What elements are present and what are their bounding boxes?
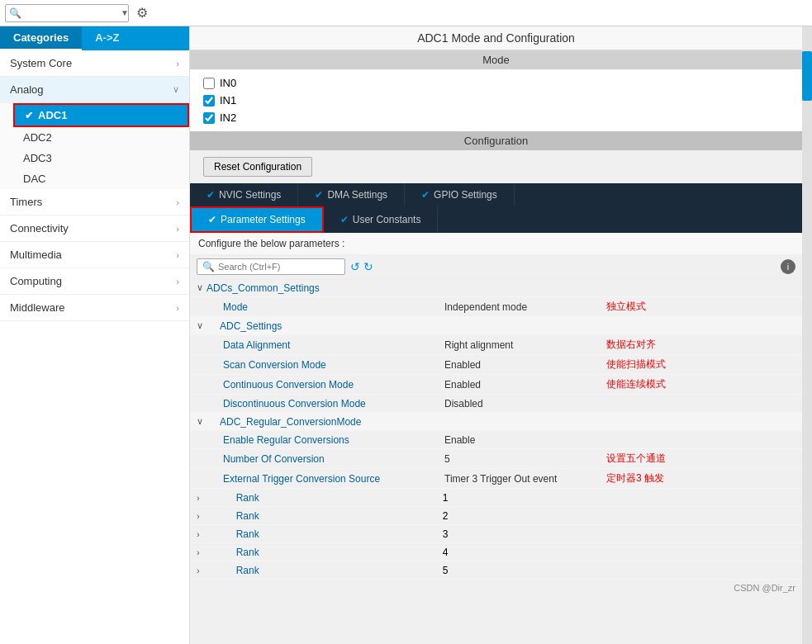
tree-item-data-alignment: Data Alignment Right alignment 数据右对齐 [190,335,802,355]
chevron-icon-connectivity: › [176,224,179,234]
chevron-icon-timers: › [176,197,179,207]
tree-rank-5: › Rank 5 [190,561,802,580]
sidebar-item-adc3[interactable]: ADC3 [13,148,189,168]
group-label-adcs-common: ADCs_Common_Settings [207,282,320,294]
chevron-icon-multimedia: › [176,250,179,260]
group-chevron-regular[interactable]: ∨ [197,416,203,427]
gpio-check-icon: ✔ [421,189,430,201]
item-annotation-num-conv: 设置五个通道 [606,452,666,466]
nvic-check-icon: ✔ [207,189,215,201]
item-annotation-data-align: 数据右对齐 [606,338,656,352]
sidebar-item-connectivity[interactable]: Connectivity › [0,215,189,242]
item-value-mode: Independent mode [444,301,593,313]
chevron-icon-computing: › [176,277,179,286]
rank2-value: 2 [443,510,449,522]
top-search-input[interactable] [21,7,121,19]
sidebar-label-adc3: ADC3 [23,152,52,164]
info-button[interactable]: i [781,259,795,274]
chevron-icon: › [176,59,179,69]
sidebar-label-adc2: ADC2 [23,131,52,144]
sidebar-item-computing[interactable]: Computing › [0,268,189,295]
tab-nvic-settings[interactable]: ✔ NVIC Settings [190,183,298,206]
item-annotation-continuous: 使能连续模式 [606,377,666,391]
dma-tab-label: DMA Settings [327,189,387,201]
sidebar-item-middleware[interactable]: Middleware › [0,295,189,321]
top-search-box[interactable]: 🔍 ▼ [5,4,129,22]
sidebar-item-dac[interactable]: DAC [13,168,189,189]
adc1-check-icon: ✔ [25,110,33,121]
sidebar-tabs: Categories A->Z [0,26,189,50]
item-label-scan: Scan Conversion Mode [197,359,444,371]
sidebar-label-connectivity: Connectivity [10,222,69,234]
tab-gpio-settings[interactable]: ✔ GPIO Settings [405,183,515,206]
param-search-icon: 🔍 [202,261,215,272]
rank1-value: 1 [443,492,449,504]
rank1-label: Rank [203,492,443,504]
tab-parameter-settings[interactable]: ✔ Parameter Settings [190,206,324,233]
param-search-input[interactable] [218,262,334,272]
tree-item-ext-trigger: External Trigger Conversion Source Timer… [190,469,802,489]
group-chevron-adc[interactable]: ∨ [197,320,203,331]
dropdown-icon[interactable]: ▼ [121,8,129,17]
item-annotation-mode: 独立模式 [606,300,646,314]
item-label-mode: Mode [197,301,444,313]
sidebar-item-adc1[interactable]: ✔ ADC1 [13,103,189,127]
mode-items: IN0 IN1 IN2 [190,69,802,131]
rank2-chevron[interactable]: › [197,511,200,521]
tab-dma-settings[interactable]: ✔ DMA Settings [298,183,405,206]
reset-config-button[interactable]: Reset Configuration [203,157,312,177]
mode-item-in2: IN2 [203,109,789,126]
rank3-chevron[interactable]: › [197,529,200,539]
rank5-chevron[interactable]: › [197,566,200,575]
config-tabs-row2: ✔ Parameter Settings ✔ User Constants [190,206,802,233]
rank3-value: 3 [443,528,449,540]
label-in2: IN2 [220,111,236,124]
tab-categories[interactable]: Categories [0,26,82,50]
tab-a-to-z[interactable]: A->Z [82,26,132,50]
scroll-thumb[interactable] [802,51,812,101]
rank1-chevron[interactable]: › [197,493,200,503]
tree-item-scan-mode: Scan Conversion Mode Enabled 使能扫描模式 [190,355,802,375]
group-chevron-adcs[interactable]: ∨ [197,282,203,293]
mode-item-in0: IN0 [203,74,789,92]
group-adcs-common: ∨ ADCs_Common_Settings [190,279,802,297]
item-value-continuous: Enabled [444,379,593,391]
watermark-text: CSDN @Dir_zr [190,580,802,596]
tree-item-continuous-mode: Continuous Conversion Mode Enabled 使能连续模… [190,375,802,395]
checkbox-in2[interactable] [203,112,215,124]
rank2-label: Rank [203,510,443,522]
rank4-chevron[interactable]: › [197,547,200,557]
sidebar-item-adc2[interactable]: ADC2 [13,127,189,148]
mode-item-in1: IN1 [203,92,789,109]
search-icon: 🔍 [9,7,21,19]
sidebar-label-timers: Timers [10,196,42,208]
param-area: Configure the below parameters : 🔍 ↺ ↻ i [190,233,802,644]
sidebar-item-system-core[interactable]: System Core › [0,50,189,77]
sidebar-item-timers[interactable]: Timers › [0,189,189,215]
rank3-label: Rank [203,528,443,540]
param-search-box[interactable]: 🔍 [197,258,345,275]
gear-icon[interactable]: ⚙ [134,5,150,21]
right-scrollbar[interactable] [802,26,812,644]
tree-rank-2: › Rank 2 [190,507,802,525]
item-label-discontinuous: Discontinuous Conversion Mode [197,398,444,410]
sidebar-item-multimedia[interactable]: Multimedia › [0,242,189,268]
config-section: Configuration Reset Configuration ✔ NVIC… [190,131,802,644]
tab-user-constants[interactable]: ✔ User Constants [324,206,439,233]
item-value-discontinuous: Disabled [444,398,593,410]
tree-rank-3: › Rank 3 [190,525,802,543]
item-value-ext-trigger: Timer 3 Trigger Out event [444,473,593,485]
param-check-icon: ✔ [208,214,216,225]
refresh-left-icon[interactable]: ↺ [350,260,360,273]
sidebar-label-analog: Analog [10,83,43,96]
refresh-right-icon[interactable]: ↻ [363,260,373,273]
tree-rank-1: › Rank 1 [190,489,802,507]
checkbox-in0[interactable] [203,78,215,89]
item-value-num-conv: 5 [444,453,593,465]
sidebar-item-analog[interactable]: Analog ∨ [0,77,189,103]
group-label-adc-regular: ADC_Regular_ConversionMode [207,416,361,428]
refresh-icons[interactable]: ↺ ↻ [350,260,373,273]
sidebar-label-multimedia: Multimedia [10,249,62,261]
rank5-value: 5 [443,565,449,576]
checkbox-in1[interactable] [203,95,215,107]
